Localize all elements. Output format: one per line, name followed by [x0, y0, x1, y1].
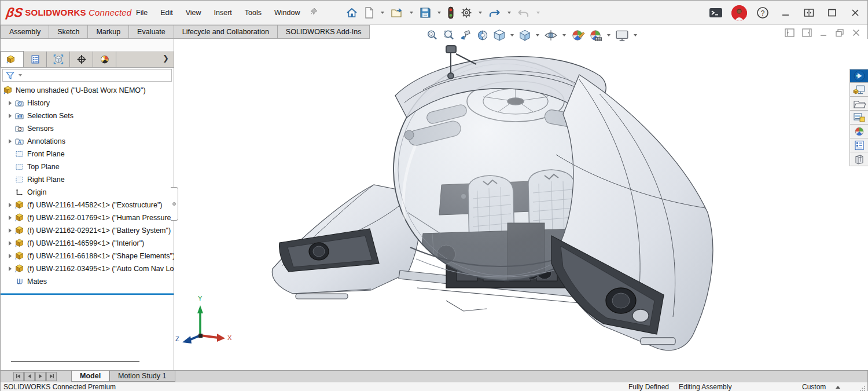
expand-arrow-icon[interactable]: [5, 254, 14, 258]
filter-dropdown-icon[interactable]: [19, 74, 22, 76]
expand-arrow-icon[interactable]: [5, 215, 14, 220]
tree-item-component-auto-com-nav[interactable]: (f) UBW-21162-03495<1> ("Auto Com Nav Lo…: [1, 262, 174, 275]
terminal-icon[interactable]: [708, 5, 723, 20]
menu-insert[interactable]: Insert: [208, 1, 238, 24]
previous-tab-icon[interactable]: [24, 372, 35, 381]
display-style-dropdown-icon[interactable]: [536, 34, 539, 36]
home-icon[interactable]: [344, 5, 360, 21]
new-document-dropdown-icon[interactable]: [381, 12, 384, 14]
featuremanager-tree-tab[interactable]: [1, 51, 24, 67]
pin-menu-icon[interactable]: [309, 7, 318, 18]
tab-solidworks-addins[interactable]: SOLIDWORKS Add-Ins: [277, 25, 370, 38]
close-icon[interactable]: [848, 5, 863, 20]
view-settings-dropdown-icon[interactable]: [634, 34, 637, 36]
save-dropdown-icon[interactable]: [437, 12, 441, 14]
tree-item-sensors[interactable]: Sensors: [1, 122, 174, 135]
tab-evaluate[interactable]: Evaluate: [128, 25, 174, 38]
resize-grip-icon[interactable]: [860, 385, 866, 391]
panel-splitter-handle[interactable]: [171, 187, 178, 221]
tab-markup[interactable]: Markup: [87, 25, 128, 38]
tree-item-history[interactable]: History: [1, 97, 174, 109]
undo-dropdown-icon[interactable]: [507, 12, 511, 14]
tab-lifecycle-collaboration[interactable]: Lifecycle and Collaboration: [174, 25, 277, 38]
undo-icon[interactable]: [486, 5, 503, 21]
displaymanager-tab[interactable]: [93, 52, 116, 67]
tree-item-top-plane[interactable]: Top Plane: [1, 160, 174, 173]
menu-view[interactable]: View: [179, 1, 208, 24]
doc-restore-icon[interactable]: [835, 28, 844, 37]
open-icon[interactable]: [388, 5, 406, 21]
solidworks-resources-icon[interactable]: [849, 83, 868, 97]
edit-appearance-icon[interactable]: [569, 27, 586, 43]
expand-arrow-icon[interactable]: [5, 228, 14, 233]
expand-arrow-icon[interactable]: [5, 101, 14, 105]
redo-dropdown-icon[interactable]: [536, 12, 540, 14]
custom-properties-icon[interactable]: [849, 138, 868, 152]
lifecycle-icon[interactable]: [445, 4, 457, 21]
minimize-icon[interactable]: [778, 5, 793, 20]
view-settings-icon[interactable]: [613, 27, 631, 43]
view-palette-icon[interactable]: [849, 111, 868, 125]
tab-motion-study[interactable]: Motion Study 1: [109, 371, 175, 382]
tree-item-front-plane[interactable]: Front Plane: [1, 148, 174, 160]
graphics-viewport[interactable]: Y X Z: [174, 39, 868, 370]
view-orientation-icon[interactable]: [491, 27, 507, 43]
expand-arrow-icon[interactable]: [5, 241, 14, 246]
expand-arrow-icon[interactable]: [5, 114, 14, 118]
menu-edit[interactable]: Edit: [154, 1, 179, 24]
hide-show-items-icon[interactable]: [542, 27, 560, 43]
status-units-selector[interactable]: Custom: [802, 383, 826, 391]
help-icon[interactable]: ?: [755, 5, 770, 20]
design-library-icon[interactable]: [849, 97, 868, 111]
expand-arrow-icon[interactable]: [5, 203, 14, 207]
doc-minimize-icon[interactable]: [819, 28, 827, 37]
pane-right-icon[interactable]: [802, 28, 812, 37]
first-tab-icon[interactable]: [13, 372, 24, 381]
previous-view-icon[interactable]: [458, 27, 474, 43]
new-document-icon[interactable]: [362, 5, 377, 21]
save-icon[interactable]: [417, 5, 433, 21]
settings-dropdown-icon[interactable]: [479, 12, 482, 14]
display-style-icon[interactable]: [517, 27, 533, 43]
tree-item-component-human-pressure-vessel[interactable]: (f) UBW-21162-01769<1> ("Human Pressure …: [1, 211, 174, 224]
pane-left-icon[interactable]: [785, 28, 795, 37]
settings-icon[interactable]: [458, 5, 475, 21]
view-orientation-dropdown-icon[interactable]: [510, 34, 514, 36]
tree-item-selection-sets[interactable]: Selection Sets: [1, 109, 174, 122]
panel-tabs-overflow-icon[interactable]: ❯: [163, 54, 169, 63]
layout-icon[interactable]: [801, 5, 816, 20]
rollback-bar[interactable]: [1, 293, 174, 295]
tree-item-right-plane[interactable]: Right Plane: [1, 173, 174, 186]
tab-model[interactable]: Model: [71, 371, 109, 382]
tree-filter-input[interactable]: [2, 69, 172, 82]
tree-item-origin[interactable]: Origin: [1, 186, 174, 199]
units-dropdown-icon[interactable]: [836, 386, 840, 389]
zoom-to-fit-icon[interactable]: [424, 27, 440, 43]
zoom-to-area-icon[interactable]: [441, 27, 457, 43]
apply-scene-dropdown-icon[interactable]: [607, 34, 610, 36]
redo-icon[interactable]: [515, 5, 532, 21]
tree-item-component-interior[interactable]: (f) UBW-21161-46599<1> ("Interior"): [1, 237, 174, 250]
panel-horizontal-scrollbar[interactable]: [11, 361, 139, 362]
tree-item-mates[interactable]: Mates: [1, 275, 174, 288]
menu-file[interactable]: File: [130, 1, 154, 24]
configurationmanager-tab[interactable]: [47, 52, 70, 67]
menu-tools[interactable]: Tools: [238, 1, 268, 24]
menu-window[interactable]: Window: [268, 1, 306, 24]
open-dropdown-icon[interactable]: [410, 12, 413, 14]
appearances-scenes-icon[interactable]: [849, 125, 868, 138]
document-manager-icon[interactable]: [849, 152, 868, 166]
last-tab-icon[interactable]: [46, 372, 57, 381]
next-tab-icon[interactable]: [35, 372, 46, 381]
tree-root-assembly[interactable]: Nemo unshaded ("U-Boat Worx NEMO"): [1, 84, 174, 97]
maximize-icon[interactable]: [825, 5, 840, 20]
dimxpertmanager-tab[interactable]: [70, 52, 93, 67]
tab-sketch[interactable]: Sketch: [49, 25, 87, 38]
expand-arrow-icon[interactable]: [5, 266, 14, 271]
hide-show-dropdown-icon[interactable]: [562, 34, 566, 36]
user-avatar[interactable]: [731, 5, 747, 21]
tree-item-annotations[interactable]: A Annotations: [1, 135, 174, 148]
3dexperience-compass-icon[interactable]: [849, 69, 868, 83]
tree-item-component-exostructure[interactable]: (f) UBW-21161-44582<1> ("Exostructure"): [1, 199, 174, 211]
tree-item-component-shape-elements[interactable]: (f) UBW-21161-66188<1> ("Shape Elements"…: [1, 250, 174, 262]
